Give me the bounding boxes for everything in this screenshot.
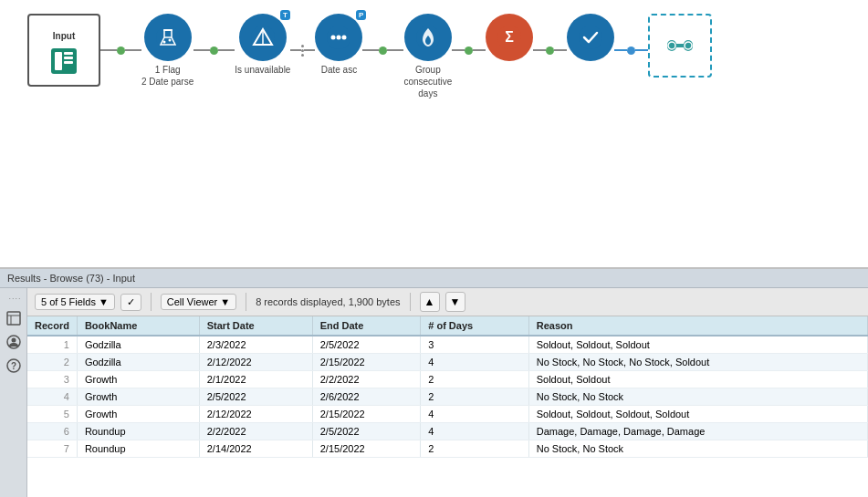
cell-reason: Soldout, Soldout, Soldout, Soldout (528, 406, 867, 423)
browse-box[interactable] (648, 14, 712, 78)
cell-start-date: 2/1/2022 (199, 371, 312, 388)
svg-text:Σ: Σ (505, 29, 514, 45)
col-start-date: Start Date (199, 316, 312, 336)
connector-3 (290, 14, 315, 87)
cell-viewer-dropdown-icon: ▼ (220, 296, 230, 307)
profile-view-icon[interactable] (4, 332, 24, 352)
cell-record-num: 4 (27, 388, 77, 406)
cell-record-num: 7 (27, 440, 77, 458)
cell-reason: Damage, Damage, Damage, Damage (528, 423, 867, 440)
checkmark-button[interactable]: ✓ (120, 294, 141, 311)
nav-up-button[interactable]: ▲ (420, 292, 440, 312)
workflow-canvas: Input (0, 0, 868, 269)
col-days: # of Days (421, 316, 528, 336)
svg-point-15 (342, 36, 347, 40)
cell-start-date: 2/12/2022 (199, 354, 312, 371)
nav-down-button[interactable]: ▼ (445, 292, 465, 312)
cell-days: 2 (421, 440, 528, 458)
cell-viewer-label: Cell Viewer (167, 296, 217, 307)
book-icon (47, 45, 80, 78)
node-browse[interactable] (648, 14, 712, 78)
cell-reason: Soldout, Soldout, Soldout (528, 336, 867, 354)
cell-reason: Soldout, Soldout (528, 371, 867, 388)
data-table: Record BookName Start Date End Date # of… (27, 316, 868, 458)
records-info: 8 records displayed, 1,900 bytes (256, 296, 400, 307)
table-row: 7 Roundup 2/14/2022 2/15/2022 2 No Stock… (27, 440, 868, 458)
multirow-circle[interactable] (404, 14, 452, 61)
cell-end-date: 2/5/2022 (312, 336, 421, 354)
results-title-bar: Results - Browse (73) - Input (0, 269, 868, 288)
input-label: Input (53, 31, 75, 41)
cell-end-date: 2/5/2022 (312, 423, 421, 440)
svg-point-6 (162, 41, 165, 44)
toolbar-separator-3 (410, 293, 411, 311)
summarize-circle[interactable]: Σ (486, 14, 533, 61)
cell-days: 2 (421, 388, 528, 406)
cell-days: 2 (421, 371, 528, 388)
filter-circle[interactable]: T (239, 14, 287, 61)
cell-days: 3 (421, 336, 528, 354)
node-select[interactable] (567, 14, 614, 61)
browse-icon (664, 29, 696, 62)
select-circle[interactable] (567, 14, 614, 61)
node-sort[interactable]: P Date asc (315, 14, 362, 76)
cell-record-num: 1 (27, 336, 77, 354)
multirow-icon (415, 25, 441, 50)
connector-7 (614, 14, 648, 87)
col-record: Record (27, 316, 77, 336)
input-box[interactable]: Input (27, 14, 100, 87)
cell-bookname: Godzilla (77, 336, 199, 354)
cell-end-date: 2/15/2022 (312, 440, 421, 458)
cell-start-date: 2/2/2022 (199, 423, 312, 440)
toolbar-separator-2 (246, 293, 246, 311)
connector-5 (452, 14, 486, 87)
node-formula[interactable]: 1 Flag2 Date parse (141, 14, 193, 88)
cell-end-date: 2/15/2022 (312, 406, 421, 423)
sort-label: Date asc (321, 64, 357, 76)
select-icon (578, 25, 603, 50)
cell-bookname: Roundup (77, 440, 199, 458)
cell-end-date: 2/6/2022 (312, 388, 421, 406)
cell-reason: No Stock, No Stock (528, 388, 867, 406)
results-panel: Results - Browse (73) - Input ···· (0, 269, 868, 497)
node-filter[interactable]: T Is unavailable (235, 14, 290, 76)
help-icon[interactable]: ? (4, 356, 24, 376)
node-multirow[interactable]: Groupconsecutivedays (403, 14, 452, 99)
svg-rect-8 (163, 29, 173, 31)
table-row: 1 Godzilla 2/3/2022 2/5/2022 3 Soldout, … (27, 336, 868, 354)
workflow-row: Input (27, 14, 712, 99)
svg-point-14 (337, 36, 341, 40)
svg-rect-2 (64, 52, 73, 55)
col-reason: Reason (528, 316, 867, 336)
formula-circle[interactable] (144, 14, 192, 61)
svg-point-19 (579, 26, 602, 49)
svg-rect-23 (675, 44, 685, 47)
svg-point-13 (331, 36, 336, 40)
cell-bookname: Growth (77, 388, 199, 406)
node-input[interactable]: Input (27, 14, 100, 87)
svg-text:?: ? (10, 361, 16, 371)
cell-days: 4 (421, 406, 528, 423)
connector-4 (362, 14, 403, 87)
multirow-label: Groupconsecutivedays (403, 64, 452, 99)
table-view-icon[interactable] (4, 308, 24, 328)
table-header-row: Record BookName Start Date End Date # of… (27, 316, 868, 336)
cell-days: 4 (421, 423, 528, 440)
filter-label: Is unavailable (235, 64, 290, 76)
sort-badge: P (356, 10, 366, 20)
filter-badge: T (280, 10, 290, 20)
cell-record-num: 5 (27, 406, 77, 423)
sort-icon (326, 25, 351, 50)
results-title: Results - Browse (73) - Input (7, 273, 135, 284)
cell-bookname: Roundup (77, 423, 199, 440)
svg-rect-26 (7, 312, 20, 325)
sort-circle[interactable]: P (315, 14, 362, 61)
table-row: 5 Growth 2/12/2022 2/15/2022 4 Soldout, … (27, 406, 868, 423)
fields-label: 5 of 5 Fields (41, 296, 96, 307)
col-bookname: BookName (77, 316, 199, 336)
cell-viewer-button[interactable]: Cell Viewer ▼ (161, 294, 236, 310)
fields-button[interactable]: 5 of 5 Fields ▼ (35, 294, 115, 310)
cell-reason: No Stock, No Stock (528, 440, 867, 458)
connector-1 (100, 14, 141, 87)
node-summarize[interactable]: Σ (486, 14, 533, 61)
